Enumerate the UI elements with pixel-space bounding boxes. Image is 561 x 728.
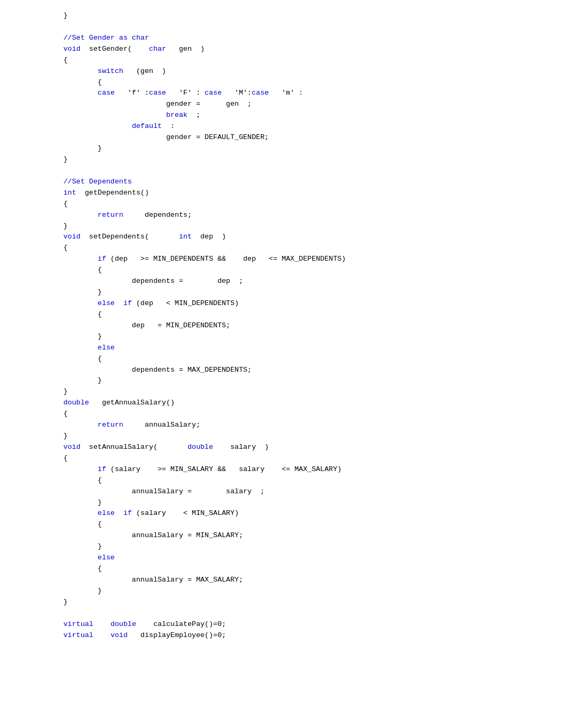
code-token: { xyxy=(63,310,102,318)
code-line: void setAnnualSalary( double salary ) xyxy=(63,442,561,453)
code-token: gender = gen ; xyxy=(63,100,251,108)
code-token xyxy=(94,620,110,628)
code-line: return annualSalary; xyxy=(63,420,561,431)
code-token: else xyxy=(98,299,115,307)
code-line: } xyxy=(63,331,561,343)
code-token xyxy=(63,554,98,561)
code-token: annualSalary; xyxy=(123,421,200,429)
code-token: (dep >= MIN_DEPENDENTS && dep <= MAX_DEP… xyxy=(106,255,346,263)
code-token: double xyxy=(63,399,89,407)
code-token: void xyxy=(110,631,127,639)
code-token: gender = DEFAULT_GENDER; xyxy=(63,133,269,141)
code-line: { xyxy=(63,265,561,276)
code-line: { xyxy=(63,243,561,254)
code-line: { xyxy=(63,409,561,420)
code-line: virtual void displayEmployee()=0; xyxy=(63,630,561,641)
code-token: 'F' : xyxy=(166,89,204,97)
code-container: } //Set Gender as charvoid setGender( ch… xyxy=(63,11,561,652)
code-token: (gen ) xyxy=(123,67,166,75)
code-token xyxy=(63,67,98,75)
code-token: { xyxy=(63,56,68,64)
code-token: else xyxy=(98,344,115,352)
code-token: else xyxy=(98,509,115,517)
code-line: { xyxy=(63,199,561,210)
code-line: case 'f' :case 'F' : case 'M':case 'm' : xyxy=(63,88,561,99)
code-line: dep = MIN_DEPENDENTS; xyxy=(63,320,561,331)
code-token: 'M': xyxy=(222,89,252,97)
code-token: calculatePay()=0; xyxy=(136,620,226,628)
code-token: if xyxy=(123,509,132,517)
code-line: int getDependents() xyxy=(63,188,561,199)
code-token: } xyxy=(63,499,102,506)
code-token: gen ) xyxy=(166,45,204,53)
code-token: char xyxy=(149,45,166,53)
code-token: virtual xyxy=(63,631,94,639)
code-token: } xyxy=(63,542,102,550)
code-token: { xyxy=(63,266,102,274)
code-token xyxy=(63,465,98,473)
code-token: setGender( xyxy=(80,45,149,53)
code-line xyxy=(63,608,561,619)
code-token xyxy=(63,421,98,429)
code-line: } xyxy=(63,541,561,552)
code-token: else xyxy=(98,554,115,561)
code-line: } xyxy=(63,11,561,22)
code-token: if xyxy=(98,255,106,263)
code-token: int xyxy=(179,233,192,241)
code-token: (salary >= MIN_SALARY && salary <= MAX_S… xyxy=(106,465,342,473)
code-line: if (dep >= MIN_DEPENDENTS && dep <= MAX_… xyxy=(63,254,561,265)
code-token: { xyxy=(63,244,68,252)
code-token: : xyxy=(162,122,174,130)
code-token: { xyxy=(63,410,68,418)
code-token: { xyxy=(63,565,102,573)
code-token: case xyxy=(98,89,115,97)
code-line: { xyxy=(63,453,561,464)
code-token: dependents = MAX_DEPENDENTS; xyxy=(63,366,251,374)
code-token: break xyxy=(166,111,188,119)
code-token: } xyxy=(63,222,68,230)
code-token: if xyxy=(98,465,106,473)
code-line: annualSalary = MAX_SALARY; xyxy=(63,575,561,586)
code-line: } xyxy=(63,431,561,442)
code-line: { xyxy=(63,519,561,530)
code-token: void xyxy=(63,233,80,241)
code-line: switch (gen ) xyxy=(63,66,561,77)
code-token: ; xyxy=(188,111,200,119)
code-token: } xyxy=(63,432,68,440)
code-token xyxy=(63,299,98,307)
code-token: salary ) xyxy=(213,443,269,451)
code-token: case xyxy=(149,89,166,97)
code-line: if (salary >= MIN_SALARY && salary <= MA… xyxy=(63,464,561,475)
code-token xyxy=(94,631,110,639)
code-line: void setGender( char gen ) xyxy=(63,44,561,55)
code-line: return dependents; xyxy=(63,210,561,221)
code-line: { xyxy=(63,77,561,88)
code-token: case xyxy=(204,89,221,97)
code-line: } xyxy=(63,586,561,597)
code-token: { xyxy=(63,200,68,208)
code-token: } xyxy=(63,12,68,20)
code-token: } xyxy=(63,598,68,606)
code-token xyxy=(63,509,98,517)
code-line: else if (dep < MIN_DEPENDENTS) xyxy=(63,298,561,309)
code-token: dependents = dep ; xyxy=(63,277,243,285)
code-line: } xyxy=(63,154,561,165)
code-token: double xyxy=(188,443,213,451)
code-token xyxy=(63,122,132,130)
code-line: double getAnnualSalary() xyxy=(63,398,561,409)
code-line: gender = gen ; xyxy=(63,99,561,110)
code-token: dep = MIN_DEPENDENTS; xyxy=(63,321,230,329)
code-line: } xyxy=(63,143,561,154)
code-token: void xyxy=(63,443,80,451)
code-line: annualSalary = MIN_SALARY; xyxy=(63,530,561,541)
code-line: { xyxy=(63,564,561,575)
code-line: annualSalary = salary ; xyxy=(63,486,561,497)
code-token: //Set Gender as char xyxy=(63,34,149,42)
code-line xyxy=(63,22,561,33)
code-line: void setDependents( int dep ) xyxy=(63,232,561,243)
code-token: } xyxy=(63,388,68,395)
code-line: { xyxy=(63,309,561,320)
code-line: gender = DEFAULT_GENDER; xyxy=(63,132,561,143)
code-token xyxy=(63,344,98,352)
code-token xyxy=(115,299,123,307)
